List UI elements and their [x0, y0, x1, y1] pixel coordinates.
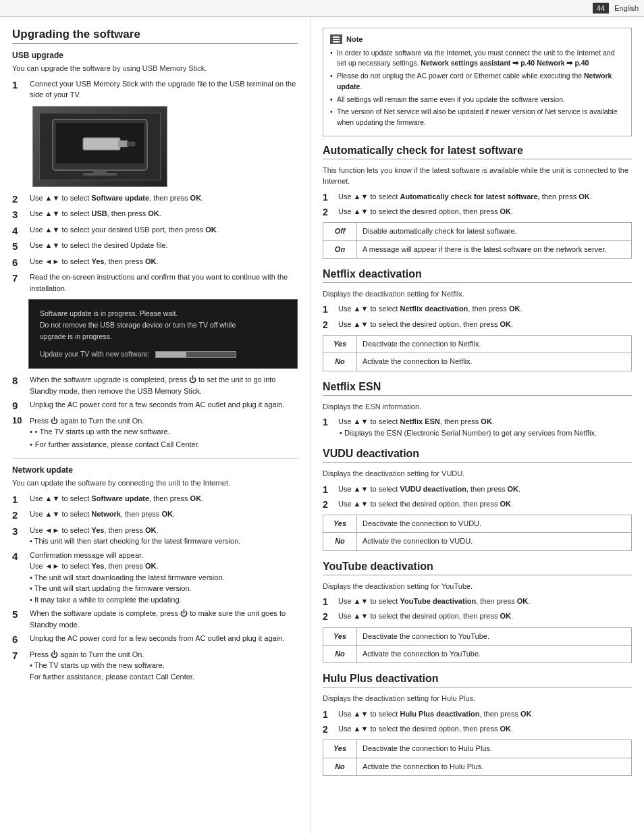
hulu-yes: Yes [323, 740, 357, 758]
step-content-6: Use ◄► to select Yes, then press OK. [30, 256, 298, 267]
table-row: On A message will appear if there is the… [323, 240, 632, 258]
net-step-6: 6 Unplug the AC power cord for a few sec… [12, 633, 298, 646]
left-column: Upgrading the software USB upgrade You c… [0, 17, 311, 834]
main-title: Upgrading the software [12, 28, 298, 44]
vudu-deact-title: VUDU deactivation [323, 448, 632, 463]
table-row: Yes Deactivate the connection to VUDU. [323, 515, 632, 532]
net-num-2: 2 [12, 509, 26, 522]
option-no: No [323, 353, 357, 371]
usb-image-inner [39, 113, 161, 180]
note-label: Note [346, 34, 363, 45]
hulu-num-2: 2 [323, 723, 335, 735]
net-content-7: Press ⏻ again to Turn the unit On. • The… [30, 649, 298, 683]
note-header: Note [330, 34, 624, 45]
usb-steps-list-3: 8 When the software upgrade is completed… [12, 374, 298, 451]
hulu-content-2: Use ▲▼ to select the desired option, the… [338, 723, 513, 735]
net-content-6: Unplug the AC power cord for a few secon… [30, 633, 298, 644]
usb-steps-list-2: 2 Use ▲▼ to select Software update, then… [12, 192, 298, 294]
usb-step-3: 3 Use ▲▼ to select USB, then press OK. [12, 208, 298, 221]
net-num-7: 7 [12, 649, 26, 662]
hulu-step-1: 1 Use ▲▼ to select Hulu Plus deactivatio… [323, 708, 632, 721]
table-row: No Activate the connection to YouTube. [323, 645, 632, 662]
svg-rect-4 [127, 142, 135, 146]
net-content-4: Confirmation message will appear.Use ◄► … [30, 550, 298, 606]
usb-step-7: 7 Read the on-screen instructions and co… [12, 271, 298, 294]
option-off-desc: Disable automatically check for latest s… [357, 223, 632, 240]
net-step-1: 1 Use ▲▼ to select Software update, then… [12, 493, 298, 506]
netflix-content-1: Use ▲▼ to select Netflix deactivation, t… [338, 303, 522, 315]
step-content-5: Use ▲▼ to select the desired Update file… [30, 240, 298, 251]
vudu-num-2: 2 [323, 498, 335, 511]
auto-content-1: Use ▲▼ to select Automatically check for… [338, 191, 592, 203]
language-label: English [614, 4, 639, 12]
usb-step-5: 5 Use ▲▼ to select the desired Update fi… [12, 240, 298, 253]
usb-bullet-1: • The TV starts up with the new software… [30, 426, 298, 438]
note-item-4: The version of Net service will also be … [330, 107, 624, 128]
usb-step-2: 2 Use ▲▼ to select Software update, then… [12, 192, 298, 206]
netflix-deact-title: Netflix deactivation [323, 268, 632, 283]
note-list: In order to update software via the Inte… [330, 48, 624, 128]
usb-desc: You can upgrade the software by using US… [12, 63, 298, 74]
youtube-table: Yes Deactivate the connection to YouTube… [323, 627, 632, 664]
youtube-num-2: 2 [323, 610, 335, 623]
table-row: Yes Deactivate the connection to Netflix… [323, 335, 632, 353]
section-youtube-deactivation: YouTube deactivation Displays the deacti… [323, 561, 632, 664]
step-num-5: 5 [12, 240, 26, 253]
usb-bullet-2: For further assistance, please contact C… [30, 439, 298, 450]
auto-check-title: Automatically check for latest software [323, 145, 632, 159]
youtube-yes: Yes [323, 627, 357, 645]
note-icon-line-2 [333, 39, 340, 41]
network-steps-list: 1 Use ▲▼ to select Software update, then… [12, 493, 298, 683]
step-num-8: 8 [12, 374, 26, 388]
tv-usb-illustration [46, 116, 154, 177]
youtube-content-1: Use ▲▼ to select YouTube deactivation, t… [338, 596, 530, 607]
net-step-2: 2 Use ▲▼ to select Network, then press O… [12, 509, 298, 522]
net-content-5: When the software update is complete, pr… [30, 608, 298, 630]
netflix-deact-desc: Displays the deactivation setting for Ne… [323, 288, 632, 300]
top-bar: 44 English [0, 0, 644, 17]
progress-line3: upgrade is in progress. [40, 331, 286, 342]
hulu-num-1: 1 [323, 708, 335, 721]
note-item-1: In order to update software via the Inte… [330, 48, 624, 70]
esn-step-1: 1 Use ▲▼ to select Netflix ESN, then pre… [323, 416, 632, 438]
net-step-3: 3 Use ◄► to select Yes, then press OK. •… [12, 525, 298, 547]
step-num-2: 2 [12, 192, 26, 206]
vudu-yes-desc: Deactivate the connection to VUDU. [357, 515, 632, 532]
esn-content-1: Use ▲▼ to select Netflix ESN, then press… [338, 416, 597, 438]
svg-rect-6 [83, 173, 117, 176]
step-num-9: 9 [12, 399, 26, 413]
net-num-3: 3 [12, 525, 26, 538]
note-icon-line-1 [333, 36, 340, 38]
progress-label: Update your TV with new software: [40, 348, 150, 360]
section-vudu-deactivation: VUDU deactivation Displays the deactivat… [323, 448, 632, 551]
progress-line1: Software update is in progress. Please w… [40, 308, 286, 319]
vudu-num-1: 1 [323, 484, 335, 496]
auto-check-table: Off Disable automatically check for late… [323, 222, 632, 259]
usb-steps-list: 1 Connect your USB Memory Stick with the… [12, 78, 298, 101]
hulu-no: No [323, 758, 357, 775]
netflix-num-1: 1 [323, 303, 335, 315]
progress-line2: Do not remove the USB storage device or … [40, 319, 286, 331]
youtube-step-1: 1 Use ▲▼ to select YouTube deactivation,… [323, 596, 632, 608]
option-yes: Yes [323, 335, 357, 353]
auto-content-2: Use ▲▼ to select the desired option, the… [338, 206, 513, 217]
step-content-1: Connect your USB Memory Stick with the u… [30, 78, 298, 101]
option-on: On [323, 240, 357, 258]
youtube-deact-title: YouTube deactivation [323, 561, 632, 575]
table-row: No Activate the connection to Hulu Plus. [323, 758, 632, 775]
note-item-2: Please do not unplug the AC power cord o… [330, 71, 624, 93]
netflix-esn-title: Netflix ESN [323, 381, 632, 396]
netflix-esn-steps: 1 Use ▲▼ to select Netflix ESN, then pre… [323, 416, 632, 438]
step-num-3: 3 [12, 208, 26, 221]
section-hulu-plus-deactivation: Hulu Plus deactivation Displays the deac… [323, 673, 632, 776]
usb-step-1: 1 Connect your USB Memory Stick with the… [12, 78, 298, 101]
option-on-desc: A message will appear if there is the la… [357, 240, 632, 258]
usb-image [32, 106, 167, 187]
youtube-step-2: 2 Use ▲▼ to select the desired option, t… [323, 610, 632, 623]
page-number: 44 [593, 3, 609, 14]
divider-1 [12, 458, 298, 459]
progress-fill [156, 352, 186, 357]
step-num-6: 6 [12, 256, 26, 269]
vudu-content-1: Use ▲▼ to select VUDU deactivation, then… [338, 484, 520, 495]
usb-step-10: 10 Press ⏻ again to Turn the unit On. • … [12, 415, 298, 452]
